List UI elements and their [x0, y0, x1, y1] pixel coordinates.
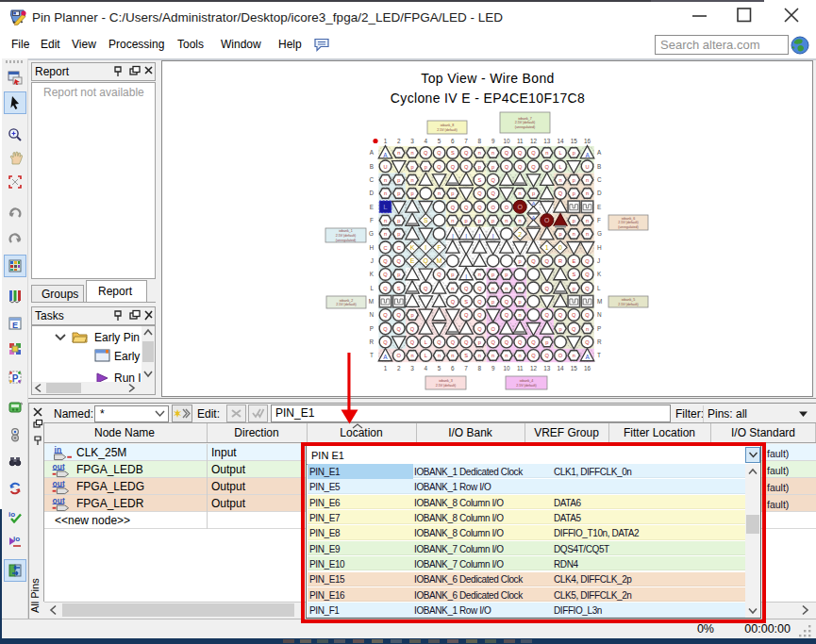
svg-text:p: p	[573, 150, 575, 156]
svg-text:O: O	[558, 353, 563, 358]
svg-text:(unregulated): (unregulated)	[618, 225, 638, 229]
svg-text:13: 13	[543, 138, 551, 144]
svg-text:n: n	[573, 353, 575, 358]
svg-text:(unregulated): (unregulated)	[336, 239, 356, 242]
svg-text:1: 1	[545, 244, 549, 251]
svg-text:Q: Q	[424, 286, 428, 291]
svg-text:p: p	[519, 299, 522, 305]
svg-text:L: L	[558, 164, 561, 170]
svg-text:Q: Q	[464, 312, 469, 318]
svg-text:N: N	[597, 311, 602, 318]
svg-text:K: K	[370, 271, 375, 277]
svg-text:p: p	[410, 312, 413, 318]
svg-text:D: D	[369, 190, 374, 196]
svg-text:Q: Q	[505, 339, 509, 345]
svg-text:Q: Q	[383, 286, 388, 291]
svg-text:2: 2	[397, 365, 401, 372]
svg-text:P: P	[597, 325, 601, 332]
svg-text:2.5V (default): 2.5V (default)	[437, 128, 458, 132]
svg-text:n: n	[519, 190, 522, 196]
svg-text:L: L	[597, 285, 601, 291]
svg-text:n: n	[384, 177, 387, 183]
svg-text:G: G	[597, 230, 602, 237]
svg-text:p: p	[573, 177, 575, 183]
svg-text:Q: Q	[383, 326, 388, 332]
svg-text:Q: Q	[531, 164, 536, 170]
svg-text:n: n	[519, 218, 522, 223]
svg-text:iobank_3: iobank_3	[439, 379, 453, 383]
svg-text:Q: Q	[397, 258, 402, 264]
svg-text:F: F	[437, 244, 441, 251]
svg-text:Q: Q	[383, 312, 388, 318]
svg-text:p: p	[491, 164, 494, 170]
svg-text:1: 1	[384, 365, 388, 372]
svg-text:n: n	[519, 353, 522, 358]
svg-text:E: E	[597, 204, 601, 210]
svg-text:Q: Q	[572, 312, 576, 318]
svg-text:Q: Q	[531, 353, 536, 358]
svg-text:Q: Q	[531, 150, 536, 156]
svg-text:10: 10	[503, 365, 510, 372]
svg-text:F: F	[597, 217, 601, 223]
svg-text:E: E	[572, 258, 575, 264]
svg-text:A: A	[531, 215, 535, 221]
svg-text:R: R	[558, 258, 562, 264]
svg-text:T: T	[597, 352, 601, 358]
svg-text:L: L	[558, 150, 561, 156]
svg-text:9: 9	[491, 365, 495, 372]
svg-text:iobank_1: iobank_1	[339, 229, 353, 233]
svg-text:E: E	[370, 204, 374, 210]
svg-text:Q: Q	[410, 339, 415, 345]
svg-text:J: J	[597, 257, 600, 264]
svg-text:p: p	[558, 231, 561, 237]
svg-text:11: 11	[517, 138, 524, 144]
svg-text:13: 13	[543, 365, 551, 372]
svg-text:n: n	[505, 218, 508, 223]
svg-text:4: 4	[425, 138, 428, 144]
svg-text:11: 11	[517, 365, 524, 372]
svg-text:p: p	[573, 286, 575, 291]
svg-text:n: n	[505, 286, 508, 291]
svg-text:B: B	[370, 163, 374, 170]
svg-text:Q: Q	[477, 299, 482, 305]
svg-text:U: U	[383, 164, 387, 170]
svg-text:M: M	[369, 298, 374, 305]
svg-text:Q: Q	[558, 190, 563, 196]
svg-text:Q: Q	[383, 272, 388, 277]
svg-text:Q: Q	[437, 272, 441, 277]
svg-text:Q: Q	[383, 258, 388, 264]
svg-text:p: p	[491, 218, 494, 223]
svg-text:(unregulated): (unregulated)	[515, 125, 535, 129]
svg-text:n: n	[384, 231, 387, 237]
svg-text:O: O	[544, 217, 550, 223]
svg-text:C: C	[369, 176, 374, 183]
svg-text:1: 1	[384, 138, 388, 144]
svg-text:Q: Q	[451, 164, 456, 170]
svg-text:Q: Q	[505, 312, 509, 318]
svg-text:n: n	[438, 190, 441, 196]
svg-text:Q: Q	[451, 299, 456, 305]
svg-text:iobank_7: iobank_7	[518, 117, 532, 121]
svg-text:2.5V (default): 2.5V (default)	[515, 121, 536, 124]
svg-text:3: 3	[410, 138, 414, 144]
svg-text:p: p	[532, 190, 535, 196]
svg-text:p: p	[410, 164, 413, 170]
svg-text:2.5V (default): 2.5V (default)	[516, 384, 537, 388]
svg-text:Q: Q	[545, 286, 550, 291]
svg-text:2.5V (default): 2.5V (default)	[336, 234, 357, 238]
svg-text:16: 16	[584, 365, 591, 372]
svg-text:O: O	[517, 204, 523, 210]
svg-text:5: 5	[438, 138, 441, 144]
svg-text:H: H	[369, 244, 374, 251]
svg-text:Q: Q	[477, 286, 482, 291]
svg-text:6: 6	[451, 365, 455, 372]
svg-text:n: n	[573, 231, 575, 237]
svg-text:N: N	[369, 311, 374, 318]
svg-text:n: n	[410, 177, 413, 183]
svg-text:I: I	[492, 233, 494, 239]
svg-text:p: p	[397, 218, 400, 223]
svg-text:p: p	[573, 218, 575, 223]
svg-text:Q: Q	[531, 339, 536, 345]
svg-text:2: 2	[518, 231, 522, 238]
svg-text:Q: Q	[518, 339, 523, 345]
